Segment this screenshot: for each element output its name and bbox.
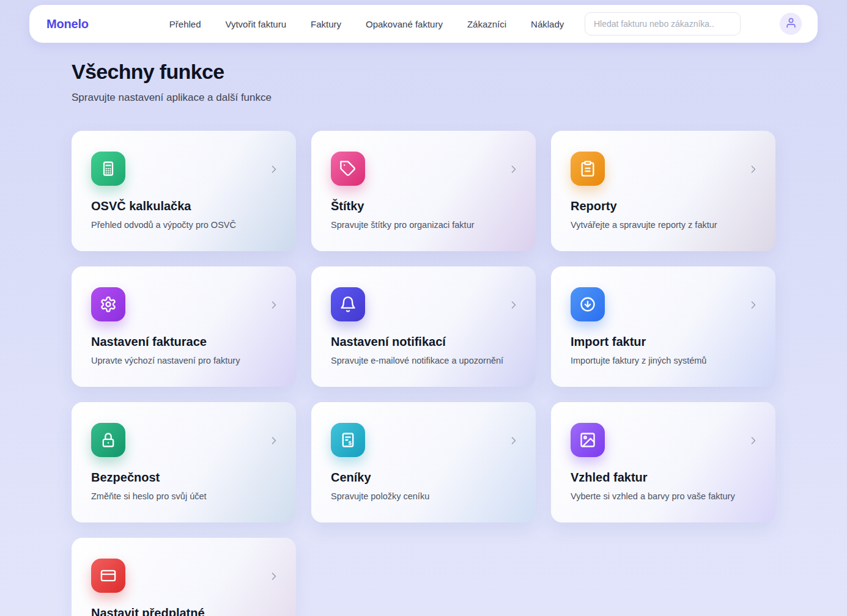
image-icon	[571, 423, 605, 457]
nav-item-faktury[interactable]: Faktury	[311, 19, 341, 29]
card-title: Vzhled faktur	[571, 471, 756, 485]
chevron-right-icon	[268, 163, 280, 175]
card-title: Nastavit předplatné	[91, 606, 276, 616]
nav-item-vytvorit-fakturu[interactable]: Vytvořit fakturu	[226, 19, 286, 29]
user-icon	[785, 17, 797, 31]
feature-card-nastaveni-notifikaci[interactable]: Nastavení notifikacíSpravujte e-mailové …	[311, 266, 536, 387]
card-title: OSVČ kalkulačka	[91, 199, 276, 213]
feature-card-nastaveni-fakturace[interactable]: Nastavení fakturaceUpravte výchozí nasta…	[72, 266, 296, 387]
card-title: Nastavení notifikací	[331, 335, 516, 349]
card-description: Přehled odvodů a výpočty pro OSVČ	[91, 220, 276, 230]
chevron-right-icon	[508, 163, 520, 175]
card-title: Bezpečnost	[91, 471, 276, 485]
chevron-right-icon	[268, 435, 280, 447]
card-title: Nastavení fakturace	[91, 335, 276, 349]
card-description: Spravujte štítky pro organizaci faktur	[331, 220, 516, 230]
feature-card-stitky[interactable]: ŠtítkySpravujte štítky pro organizaci fa…	[311, 131, 536, 251]
feature-card-reporty[interactable]: ReportyVytvářejte a spravujte reporty z …	[551, 131, 775, 251]
chevron-right-icon	[508, 435, 520, 447]
card-description: Spravujte e-mailové notifikace a upozorn…	[331, 356, 516, 365]
main-content: Všechny funkce Spravujte nastavení aplik…	[0, 43, 847, 616]
nav-links: PřehledVytvořit fakturuFakturyOpakované …	[169, 19, 564, 29]
tag-icon	[331, 152, 365, 186]
clipboard-icon	[571, 152, 605, 186]
nav-item-opakovane-faktury[interactable]: Opakované faktury	[366, 19, 443, 29]
brand-logo[interactable]: Monelo	[46, 17, 89, 31]
top-navbar: Monelo PřehledVytvořit fakturuFakturyOpa…	[29, 5, 818, 43]
card-description: Změňte si heslo pro svůj účet	[91, 491, 276, 501]
feature-card-nastavit-predplatne[interactable]: Nastavit předplatné	[72, 538, 296, 616]
chevron-right-icon	[268, 570, 280, 582]
features-grid: OSVČ kalkulačkaPřehled odvodů a výpočty …	[72, 131, 775, 616]
feature-card-import-faktur[interactable]: Import fakturImportujte faktury z jiných…	[551, 266, 775, 387]
lock-icon	[91, 423, 125, 457]
card-title: Import faktur	[571, 335, 756, 349]
nav-item-prehled[interactable]: Přehled	[169, 19, 201, 29]
card-description: Spravujte položky ceníku	[331, 491, 516, 501]
card-title: Reporty	[571, 199, 756, 213]
nav-item-zakaznici[interactable]: Zákazníci	[467, 19, 506, 29]
avatar-button[interactable]	[780, 13, 802, 35]
page-title: Všechny funkce	[72, 60, 775, 84]
calculator-icon	[91, 152, 125, 186]
card-title: Štítky	[331, 199, 516, 213]
chevron-right-icon	[508, 299, 520, 311]
feature-card-osvc-kalkulacka[interactable]: OSVČ kalkulačkaPřehled odvodů a výpočty …	[72, 131, 296, 251]
card-description: Upravte výchozí nastavení pro faktury	[91, 356, 276, 365]
bell-icon	[331, 287, 365, 321]
card-title: Ceníky	[331, 471, 516, 485]
search-input[interactable]	[585, 12, 741, 35]
feature-card-ceniky[interactable]: $CeníkySpravujte položky ceníku	[311, 402, 536, 522]
feature-card-vzhled-faktur[interactable]: Vzhled fakturVyberte si vzhled a barvy p…	[551, 402, 775, 522]
nav-item-naklady[interactable]: Náklady	[531, 19, 564, 29]
chevron-right-icon	[268, 299, 280, 311]
page-subtitle: Spravujte nastavení aplikace a další fun…	[72, 92, 775, 104]
card-description: Vyberte si vzhled a barvy pro vaše faktu…	[571, 491, 756, 501]
card-description: Importujte faktury z jiných systémů	[571, 356, 756, 365]
price-list-icon: $	[331, 423, 365, 457]
import-icon	[571, 287, 605, 321]
chevron-right-icon	[747, 299, 760, 311]
gear-icon	[91, 287, 125, 321]
svg-text:$: $	[348, 439, 352, 446]
feature-card-bezpecnost[interactable]: BezpečnostZměňte si heslo pro svůj účet	[72, 402, 296, 522]
chevron-right-icon	[747, 435, 760, 447]
chevron-right-icon	[747, 163, 760, 175]
credit-card-icon	[91, 559, 125, 593]
card-description: Vytvářejte a spravujte reporty z faktur	[571, 220, 756, 230]
